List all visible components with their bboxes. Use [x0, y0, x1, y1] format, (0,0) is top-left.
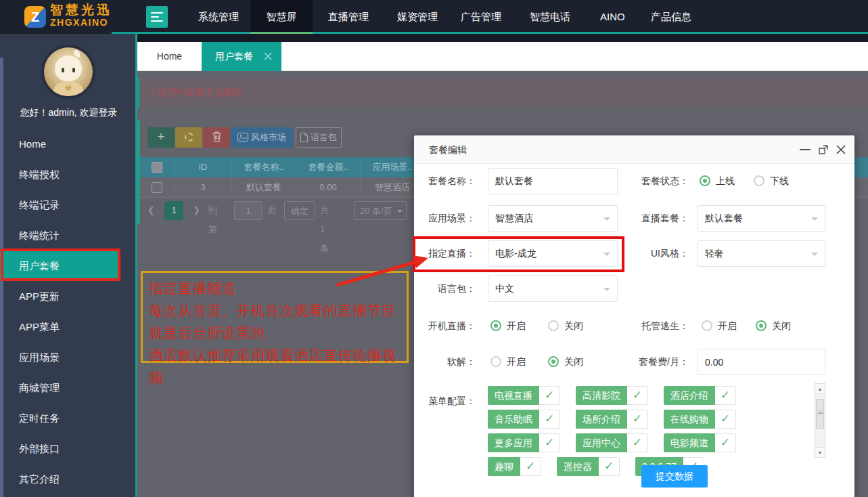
nav-item-product[interactable]: 产品信息	[651, 0, 691, 34]
menu-button-music-sleep[interactable]: 音乐助眠✓	[488, 410, 560, 429]
submit-button[interactable]: 提交数据	[641, 465, 708, 488]
menu-button-hd-cinema[interactable]: 高清影院✓	[576, 386, 648, 405]
radio-icon	[756, 320, 767, 331]
sidebar-item-home[interactable]: Home	[0, 129, 120, 159]
menu-config-label: 菜单配置：	[414, 388, 476, 414]
nav-item-aino[interactable]: AINO	[600, 0, 625, 34]
boot-live-off-radio[interactable]: 关闭	[548, 313, 583, 339]
tab-home[interactable]: Home	[137, 42, 202, 71]
menu-button-movie-channel[interactable]: 电影频道✓	[664, 433, 736, 452]
select-all-checkbox[interactable]	[152, 162, 162, 173]
goto-page-input[interactable]: 1	[234, 201, 262, 220]
package-name-label: 套餐名称：	[414, 168, 476, 194]
menu-button-fun-chat[interactable]: 趣聊✓	[488, 457, 541, 476]
escape-on-radio[interactable]: 开启	[702, 313, 737, 339]
sidebar-item-app-menu[interactable]: APP菜单	[0, 311, 120, 342]
current-page-button[interactable]: 1	[164, 201, 183, 220]
collapse-menu-button[interactable]	[146, 6, 168, 28]
menu-button-hotel-intro[interactable]: 酒店介绍✓	[664, 386, 736, 405]
col-header-amount[interactable]: 套餐金额..	[296, 157, 361, 177]
col-header-name[interactable]: 套餐名称..	[232, 157, 296, 177]
nav-item-ads[interactable]: 广告管理	[461, 0, 501, 34]
content-top-strip	[137, 34, 868, 42]
nav-item-system[interactable]: 系统管理	[198, 0, 239, 34]
dialog-header[interactable]: 套餐编辑	[414, 135, 854, 164]
menu-button-tv-live[interactable]: 电视直播✓	[488, 386, 560, 405]
navbar-active-underline	[250, 32, 313, 34]
close-icon[interactable]	[836, 144, 846, 155]
radio-label: 上线	[716, 175, 735, 186]
menu-button-label: 高清影院	[576, 386, 627, 405]
prev-page-icon[interactable]: ❮	[147, 201, 155, 220]
menu-button-remote-control[interactable]: 遥控器✓	[557, 457, 620, 476]
app-scene-select[interactable]: 智慧酒店	[488, 205, 618, 232]
menu-button-label: 遥控器	[557, 457, 599, 476]
status-online-radio[interactable]: 上线	[700, 168, 735, 194]
per-page-select[interactable]: 20 条/页	[354, 201, 407, 220]
sidebar-item-app-update[interactable]: APP更新	[0, 281, 120, 311]
menu-button-place-intro[interactable]: 场所介绍✓	[576, 410, 648, 429]
escape-off-radio[interactable]: 关闭	[756, 313, 791, 339]
ui-style-select[interactable]: 轻奢	[698, 240, 825, 267]
sidebar-item-other-intro[interactable]: 其它介绍	[0, 464, 120, 494]
nav-item-media[interactable]: 媒资管理	[397, 0, 438, 34]
tab-user-package[interactable]: 用户套餐	[202, 42, 281, 71]
sidebar-item-terminal-auth[interactable]: 终端授权	[0, 159, 120, 190]
menu-button-more-apps[interactable]: 更多应用✓	[488, 433, 560, 452]
menu-button-online-shopping[interactable]: 在线购物✓	[664, 410, 736, 429]
sidebar-item-external-api[interactable]: 外部接口	[0, 433, 120, 464]
scrollbar-thumb[interactable]	[816, 399, 824, 429]
add-button[interactable]: +	[147, 127, 175, 148]
sidebar-item-timed-task[interactable]: 定时任务	[0, 403, 120, 433]
refresh-button[interactable]	[175, 127, 202, 148]
delete-button[interactable]	[203, 127, 230, 148]
sidebar-item-terminal-record[interactable]: 终端记录	[0, 190, 120, 220]
annotation-line: 酒店默认推荐采用观看酒店宣传轮播视频	[149, 345, 406, 389]
nav-item-live[interactable]: 直播管理	[328, 0, 369, 34]
next-page-icon[interactable]: ❯	[193, 201, 200, 220]
live-package-select[interactable]: 默认套餐	[698, 205, 825, 232]
radio-label: 开启	[507, 320, 526, 331]
menu-button-app-center[interactable]: 应用中心✓	[576, 433, 648, 452]
restore-icon[interactable]	[818, 144, 829, 155]
nav-item-smartscreen[interactable]: 智慧屏	[250, 0, 313, 34]
annotation-line: 每次从首页、开机首次观看的直播节目	[149, 300, 406, 322]
monthly-fee-input[interactable]	[698, 349, 825, 375]
sidebar-item-terminal-stats[interactable]: 终端统计	[0, 220, 120, 251]
language-pack-button[interactable]: 语言包	[296, 127, 342, 148]
scroll-up-icon[interactable]: ▲	[815, 384, 825, 394]
goto-label: 到第	[208, 201, 217, 220]
select-value: 轻奢	[705, 248, 724, 259]
style-market-button[interactable]: 风格市场	[231, 127, 293, 148]
minimize-icon[interactable]	[800, 149, 810, 150]
soft-decode-label: 软解：	[414, 349, 476, 375]
status-offline-radio[interactable]: 下线	[754, 168, 789, 194]
radio-icon	[754, 175, 764, 186]
soft-decode-off-radio[interactable]: 关闭	[548, 349, 583, 375]
soft-decode-on-radio[interactable]: 开启	[490, 349, 526, 375]
cell-amount: 0.00	[296, 177, 361, 197]
app-scene-label: 应用场景：	[414, 205, 476, 232]
col-header-id[interactable]: ID	[175, 157, 232, 177]
boot-live-on-radio[interactable]: 开启	[490, 313, 526, 339]
row-checkbox[interactable]	[152, 182, 162, 193]
confirm-page-button[interactable]: 确定	[284, 201, 315, 220]
sidebar-item-app-scene[interactable]: 应用场景	[0, 342, 120, 372]
language-pack-select[interactable]: 中文	[488, 276, 618, 302]
tab-label: 用户套餐	[215, 51, 253, 62]
scroll-down-icon[interactable]: ▼	[815, 447, 825, 457]
sidebar-item-mall[interactable]: 商城管理	[0, 372, 120, 403]
menu-button-label: 场所介绍	[576, 410, 627, 429]
tab-close-icon[interactable]	[264, 52, 272, 60]
page-unit-label: 页	[268, 201, 277, 220]
radio-label: 下线	[770, 175, 789, 186]
menu-config-scrollbar[interactable]: ▲ ▼	[815, 383, 825, 458]
nav-item-phone[interactable]: 智慧电话	[530, 0, 570, 34]
check-icon: ✓	[539, 386, 560, 405]
style-market-label: 风格市场	[251, 132, 286, 142]
radio-label: 关闭	[564, 320, 583, 331]
menu-button-label: 酒店介绍	[664, 386, 715, 405]
cell-id: 3	[175, 177, 232, 197]
radio-icon	[700, 175, 710, 186]
package-name-input[interactable]	[488, 168, 618, 194]
